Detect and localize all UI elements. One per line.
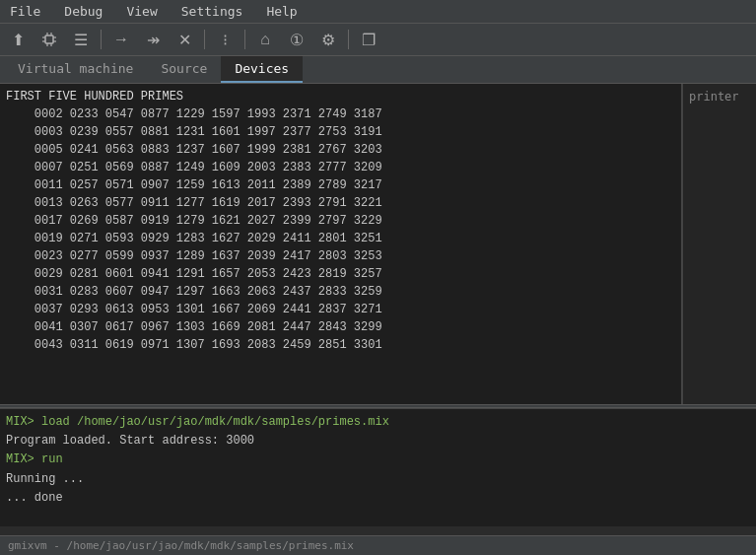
console-line-3: Running ... xyxy=(6,470,750,489)
content-wrapper: FIRST FIVE HUNDRED PRIMES 0002 0233 0547… xyxy=(0,84,756,526)
output-line-6: 0017 0269 0587 0919 1279 1621 2027 2399 … xyxy=(6,212,675,230)
menu-file[interactable]: File xyxy=(4,2,46,21)
home-icon[interactable]: ⌂ xyxy=(251,27,279,52)
menu-settings[interactable]: Settings xyxy=(175,2,249,21)
toolbar-separator-2 xyxy=(204,30,205,49)
output-line-3: 0007 0251 0569 0887 1249 1609 2003 2383 … xyxy=(6,159,675,176)
console-panel[interactable]: MIX> load /home/jao/usr/jao/mdk/mdk/samp… xyxy=(0,408,756,526)
tab-source[interactable]: Source xyxy=(147,56,221,83)
console-line-2: MIX> run xyxy=(6,451,750,469)
output-line-7: 0019 0271 0593 0929 1283 1627 2029 2411 … xyxy=(6,230,675,247)
toolbar-separator-3 xyxy=(244,30,245,49)
output-line-1: 0003 0239 0557 0881 1231 1601 1997 2377 … xyxy=(6,123,675,141)
output-line-8: 0023 0277 0599 0937 1289 1637 2039 2417 … xyxy=(6,247,675,265)
tab-devices[interactable]: Devices xyxy=(221,56,303,83)
info-icon[interactable]: ① xyxy=(283,27,310,52)
tabs-bar: Virtual machine Source Devices xyxy=(0,56,756,84)
settings2-icon[interactable]: ⚙ xyxy=(314,27,342,52)
chip-icon[interactable] xyxy=(35,27,63,52)
menu-bar: File Debug View Settings Help xyxy=(0,0,756,24)
stop-icon[interactable]: ✕ xyxy=(171,27,198,52)
upload-icon[interactable]: ⬆ xyxy=(4,27,32,52)
console-line-0: MIX> load /home/jao/usr/jao/mdk/mdk/samp… xyxy=(6,413,750,432)
toolbar-separator-1 xyxy=(101,30,102,49)
list-icon[interactable]: ☰ xyxy=(67,27,95,52)
output-header: FIRST FIVE HUNDRED PRIMES xyxy=(6,88,675,105)
top-section: FIRST FIVE HUNDRED PRIMES 0002 0233 0547… xyxy=(0,84,756,404)
printer-panel: printer xyxy=(682,84,756,404)
printer-label: printer xyxy=(687,88,752,105)
svg-rect-0 xyxy=(45,35,53,43)
output-line-11: 0037 0293 0613 0953 1301 1667 2069 2441 … xyxy=(6,301,675,318)
console-line-4: ... done xyxy=(6,489,750,508)
arrow-right-bar-icon[interactable]: ↠ xyxy=(139,27,167,52)
output-line-10: 0031 0283 0607 0947 1297 1663 2063 2437 … xyxy=(6,283,675,301)
output-line-2: 0005 0241 0563 0883 1237 1607 1999 2381 … xyxy=(6,141,675,159)
toolbar: ⬆ ☰ → ↠ ✕ ⁝ ⌂ ① ⚙ ❐ xyxy=(0,24,756,56)
menu-help[interactable]: Help xyxy=(260,2,303,21)
output-line-13: 0043 0311 0619 0971 1307 1693 2083 2459 … xyxy=(6,336,675,354)
toolbar-separator-4 xyxy=(348,30,349,49)
copy-icon[interactable]: ❐ xyxy=(355,27,382,52)
output-line-4: 0011 0257 0571 0907 1259 1613 2011 2389 … xyxy=(6,176,675,194)
bullets-icon[interactable]: ⁝ xyxy=(211,27,239,52)
menu-debug[interactable]: Debug xyxy=(58,2,108,21)
output-panel: FIRST FIVE HUNDRED PRIMES 0002 0233 0547… xyxy=(0,84,682,404)
arrow-right-icon[interactable]: → xyxy=(107,27,135,52)
status-text: gmixvm - /home/jao/usr/jao/mdk/mdk/sampl… xyxy=(8,539,354,552)
status-bar: gmixvm - /home/jao/usr/jao/mdk/mdk/sampl… xyxy=(0,535,756,555)
output-line-12: 0041 0307 0617 0967 1303 1669 2081 2447 … xyxy=(6,318,675,336)
output-line-9: 0029 0281 0601 0941 1291 1657 2053 2423 … xyxy=(6,265,675,283)
console-line-1: Program loaded. Start address: 3000 xyxy=(6,432,750,451)
tab-virtual-machine[interactable]: Virtual machine xyxy=(4,56,147,83)
menu-view[interactable]: View xyxy=(120,2,163,21)
output-line-5: 0013 0263 0577 0911 1277 1619 2017 2393 … xyxy=(6,194,675,212)
output-line-0: 0002 0233 0547 0877 1229 1597 1993 2371 … xyxy=(6,105,675,123)
